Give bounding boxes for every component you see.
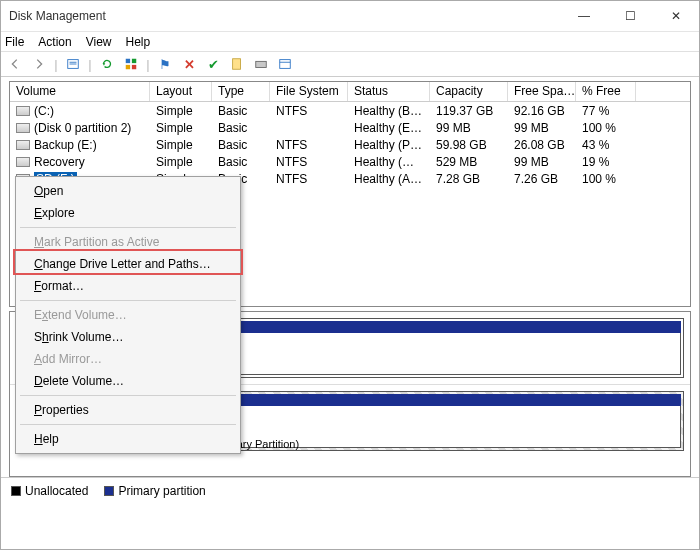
settings-icon[interactable] (121, 54, 141, 74)
properties-icon[interactable] (275, 54, 295, 74)
ctx-explore[interactable]: Explore (18, 202, 238, 224)
vol-free: 92.16 GB (508, 104, 576, 118)
title-bar: Disk Management — ☐ ✕ (1, 1, 699, 31)
ctx-help[interactable]: Help (18, 428, 238, 450)
drive-icon (16, 123, 30, 133)
maximize-button[interactable]: ☐ (607, 1, 653, 31)
vol-pct: 100 % (576, 121, 636, 135)
ctx-separator (20, 395, 236, 396)
vol-free: 99 MB (508, 155, 576, 169)
ctx-separator (20, 424, 236, 425)
col-filesystem[interactable]: File System (270, 82, 348, 101)
menu-view[interactable]: View (86, 35, 112, 49)
svg-rect-4 (126, 59, 130, 63)
toolbar-separator: | (53, 54, 59, 74)
vol-pct: 19 % (576, 155, 636, 169)
vol-fs: NTFS (270, 104, 348, 118)
forward-arrow-icon[interactable] (29, 54, 49, 74)
swatch-black-icon (11, 486, 21, 496)
col-capacity[interactable]: Capacity (430, 82, 508, 101)
svg-rect-8 (233, 59, 241, 70)
ctx-mark-active: Mark Partition as Active (18, 231, 238, 253)
back-arrow-icon[interactable] (5, 54, 25, 74)
toolbar: | | | ⚑ ✕ ✔ (1, 51, 699, 77)
minimize-button[interactable]: — (561, 1, 607, 31)
close-button[interactable]: ✕ (653, 1, 699, 31)
swatch-blue-icon (104, 486, 114, 496)
vol-free: 26.08 GB (508, 138, 576, 152)
col-status[interactable]: Status (348, 82, 430, 101)
drive-icon[interactable] (251, 54, 271, 74)
vol-free: 99 MB (508, 121, 576, 135)
drive-icon (16, 157, 30, 167)
checkmark-icon[interactable]: ✔ (203, 54, 223, 74)
toolbar-separator: | (87, 54, 93, 74)
svg-rect-5 (132, 59, 136, 63)
col-pctfree[interactable]: % Free (576, 82, 636, 101)
vol-layout: Simple (150, 104, 212, 118)
drive-icon (16, 140, 30, 150)
vol-type: Basic (212, 155, 270, 169)
table-row[interactable]: Recovery Simple Basic NTFS Healthy (… 52… (10, 153, 690, 170)
col-free[interactable]: Free Spa… (508, 82, 576, 101)
context-menu[interactable]: Open Explore Mark Partition as Active Ch… (15, 176, 241, 454)
col-type[interactable]: Type (212, 82, 270, 101)
vol-type: Basic (212, 121, 270, 135)
svg-marker-3 (103, 63, 106, 66)
ctx-format[interactable]: Format… (18, 275, 238, 297)
vol-pct: 100 % (576, 172, 636, 186)
ctx-delete-volume[interactable]: Delete Volume… (18, 370, 238, 392)
col-layout[interactable]: Layout (150, 82, 212, 101)
vol-name: (Disk 0 partition 2) (34, 121, 131, 135)
vol-status: Healthy (E… (348, 121, 430, 135)
vol-fs: NTFS (270, 155, 348, 169)
vol-layout: Simple (150, 121, 212, 135)
view-icon[interactable] (63, 54, 83, 74)
table-row[interactable]: (Disk 0 partition 2) Simple Basic Health… (10, 119, 690, 136)
vol-fs: NTFS (270, 138, 348, 152)
vol-pct: 77 % (576, 104, 636, 118)
svg-rect-10 (280, 60, 291, 69)
table-row[interactable]: Backup (E:) Simple Basic NTFS Healthy (P… (10, 136, 690, 153)
vol-capacity: 119.37 GB (430, 104, 508, 118)
vol-status: Healthy (… (348, 155, 430, 169)
ctx-shrink-volume[interactable]: Shrink Volume… (18, 326, 238, 348)
vol-name: Backup (E:) (34, 138, 97, 152)
vol-pct: 43 % (576, 138, 636, 152)
legend: Unallocated Primary partition (1, 477, 699, 504)
menu-bar[interactable]: File Action View Help (1, 31, 699, 51)
menu-action[interactable]: Action (38, 35, 71, 49)
ctx-open[interactable]: Open (18, 180, 238, 202)
vol-capacity: 99 MB (430, 121, 508, 135)
drive-icon (16, 106, 30, 116)
menu-file[interactable]: File (5, 35, 24, 49)
vol-fs: NTFS (270, 172, 348, 186)
vol-capacity: 529 MB (430, 155, 508, 169)
legend-unallocated: Unallocated (11, 484, 88, 498)
svg-rect-9 (256, 61, 267, 67)
note-icon[interactable] (227, 54, 247, 74)
vol-status: Healthy (B… (348, 104, 430, 118)
list-header[interactable]: Volume Layout Type File System Status Ca… (10, 82, 690, 102)
svg-rect-6 (126, 65, 130, 69)
vol-status: Healthy (P… (348, 138, 430, 152)
col-volume[interactable]: Volume (10, 82, 150, 101)
vol-status: Healthy (A… (348, 172, 430, 186)
refresh-icon[interactable] (97, 54, 117, 74)
ctx-add-mirror: Add Mirror… (18, 348, 238, 370)
table-row[interactable]: (C:) Simple Basic NTFS Healthy (B… 119.3… (10, 102, 690, 119)
window-title: Disk Management (9, 9, 561, 23)
ctx-extend-volume: Extend Volume… (18, 304, 238, 326)
new-volume-icon[interactable]: ⚑ (155, 54, 175, 74)
ctx-change-drive-letter[interactable]: Change Drive Letter and Paths… (18, 253, 238, 275)
legend-primary: Primary partition (104, 484, 205, 498)
vol-layout: Simple (150, 138, 212, 152)
vol-free: 7.26 GB (508, 172, 576, 186)
delete-icon[interactable]: ✕ (179, 54, 199, 74)
menu-help[interactable]: Help (126, 35, 151, 49)
ctx-separator (20, 227, 236, 228)
vol-layout: Simple (150, 155, 212, 169)
ctx-properties[interactable]: Properties (18, 399, 238, 421)
ctx-separator (20, 300, 236, 301)
toolbar-separator: | (145, 54, 151, 74)
